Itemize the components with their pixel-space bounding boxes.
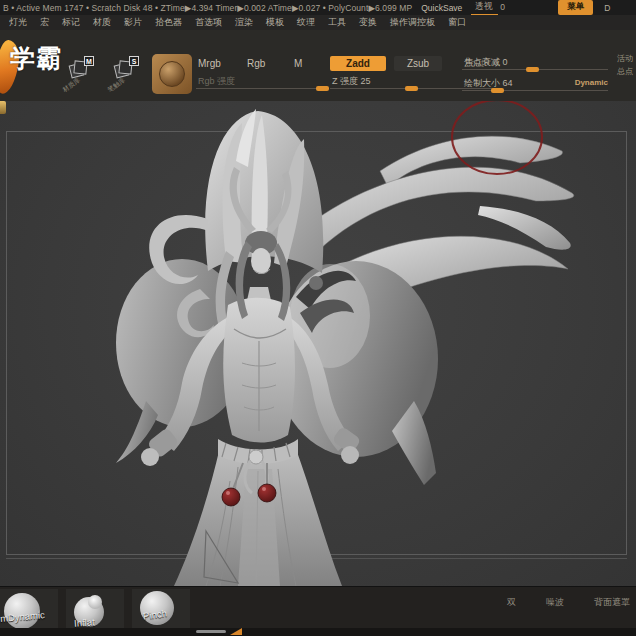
- quicksave-button[interactable]: QuickSave: [421, 3, 462, 13]
- focal-shift-label: 焦点衰减 0: [464, 56, 508, 69]
- mrgb-button[interactable]: Mrgb: [194, 57, 225, 70]
- draw-size-text: 绘制大小: [464, 78, 500, 88]
- total-points-label: 总点: [617, 65, 636, 78]
- menu-transform[interactable]: 变换: [359, 16, 377, 29]
- slider-track: [196, 88, 328, 89]
- watermark-logo: 学霸: [0, 34, 64, 98]
- z-intensity-text: Z 强度: [332, 76, 358, 86]
- draw-size-label: 绘制大小 64: [464, 77, 513, 90]
- perspective-value: 0: [500, 2, 505, 12]
- material-sphere-icon: [159, 61, 185, 87]
- perspective-slider[interactable]: 透视 0: [471, 0, 549, 15]
- menu-zplugin[interactable]: 操作调控板: [390, 16, 435, 29]
- library-label: 笔触库: [106, 76, 127, 95]
- tray-divider-handle[interactable]: [196, 630, 226, 633]
- bottom-tray: mDynamic Inflat Pinch 双 噪波 背面遮罩: [0, 586, 636, 636]
- backface-mask-toggle[interactable]: 背面遮罩: [594, 596, 630, 609]
- menu-macro[interactable]: 宏: [40, 16, 49, 29]
- active-points-label: 活动: [617, 52, 636, 65]
- perspective-label: 透视: [475, 1, 492, 13]
- slider-track: [462, 90, 608, 91]
- slider-handle[interactable]: [316, 86, 329, 91]
- z-intensity-label: Z 强度 25: [332, 75, 371, 88]
- zadd-button[interactable]: Zadd: [330, 56, 386, 71]
- menu-light[interactable]: 灯光: [9, 16, 27, 29]
- menu-picker[interactable]: 拾色器: [155, 16, 182, 29]
- noise-toggle[interactable]: 噪波: [546, 596, 564, 609]
- sculpt-canvas[interactable]: [0, 101, 636, 586]
- bottom-strip: [0, 628, 636, 636]
- clipped-button[interactable]: D: [604, 3, 610, 13]
- tray-expand-arrow-icon[interactable]: [230, 628, 242, 635]
- sculpted-character-model: [0, 101, 636, 586]
- stroke-library-button[interactable]: S 笔触库: [111, 56, 141, 94]
- current-material-swatch[interactable]: [152, 54, 192, 94]
- draw-size-value: 64: [503, 78, 513, 88]
- logo-text: 学霸: [10, 42, 62, 75]
- draw-size-slider[interactable]: 绘制大小 64 Dynamic: [462, 77, 608, 91]
- dual-toggle[interactable]: 双: [507, 596, 516, 609]
- memory-stats: B • Active Mem 1747 • Scratch Disk 48 • …: [3, 3, 412, 13]
- z-intensity-value: 25: [361, 76, 371, 86]
- focal-shift-value: 0: [503, 57, 508, 67]
- brush-inflat-bump: [88, 595, 102, 609]
- menu-marker[interactable]: 标记: [62, 16, 80, 29]
- menu-texture[interactable]: 纹理: [297, 16, 315, 29]
- menu-window[interactable]: 窗口: [448, 16, 466, 29]
- library-label: 材质库: [61, 76, 82, 95]
- dynamic-indicator: Dynamic: [575, 78, 608, 87]
- menu-preferences[interactable]: 首选项: [195, 16, 222, 29]
- top-shelf: 学霸 M 材质库 S 笔触库 R 渲染库: [0, 30, 636, 101]
- menu-bar: 灯光 宏 标记 材质 影片 拾色器 首选项 渲染 模板 纹理 工具 变换 操作调…: [0, 15, 636, 30]
- brush-toggle-row: 双 噪波 背面遮罩: [455, 596, 630, 609]
- slider-handle[interactable]: [526, 67, 539, 72]
- rgb-intensity-slider[interactable]: Rgb 强度: [196, 75, 328, 89]
- menus-button[interactable]: 菜单: [558, 0, 593, 15]
- title-bar: B • Active Mem 1747 • Scratch Disk 48 • …: [0, 0, 636, 15]
- rgb-button[interactable]: Rgb: [243, 57, 269, 70]
- slider-handle[interactable]: [491, 88, 504, 93]
- zsub-button[interactable]: Zsub: [394, 56, 442, 71]
- menu-material[interactable]: 材质: [93, 16, 111, 29]
- clipped-right-panel[interactable]: 活动 总点: [617, 52, 636, 78]
- m-button[interactable]: M: [290, 57, 306, 70]
- focal-shift-slider[interactable]: 焦点衰减 0: [462, 56, 608, 70]
- menu-movie[interactable]: 影片: [124, 16, 142, 29]
- focal-shift-text: 焦点衰减: [464, 57, 500, 67]
- menu-render[interactable]: 渲染: [235, 16, 253, 29]
- menu-tool[interactable]: 工具: [328, 16, 346, 29]
- brush-label: Inflat: [74, 616, 95, 628]
- slider-handle[interactable]: [405, 86, 418, 91]
- material-library-button[interactable]: M 材质库: [66, 56, 96, 94]
- badge-s: S: [129, 56, 139, 66]
- rgb-intensity-label: Rgb 强度: [198, 75, 235, 88]
- zbrush-window: B • Active Mem 1747 • Scratch Disk 48 • …: [0, 0, 636, 636]
- menu-stencil[interactable]: 模板: [266, 16, 284, 29]
- badge-m: M: [84, 56, 94, 66]
